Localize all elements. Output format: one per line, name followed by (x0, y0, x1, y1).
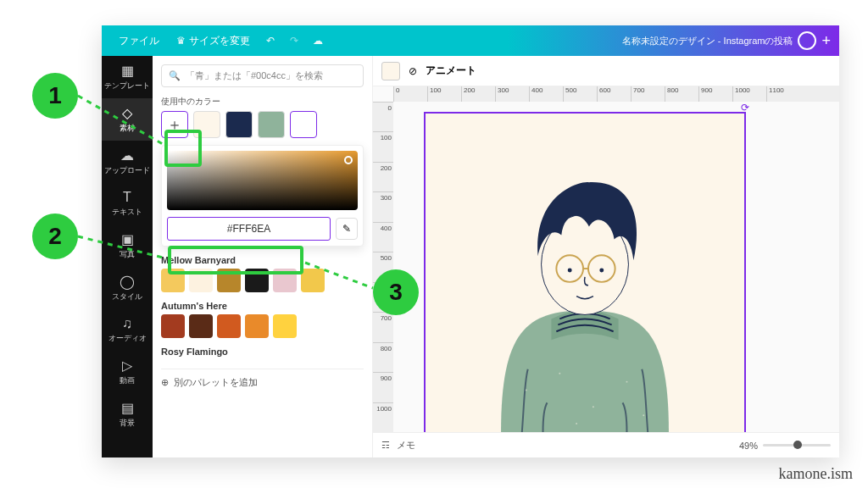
rail-item-オーディオ[interactable]: ♫オーディオ (102, 309, 153, 351)
canvas-stage[interactable]: ⟳ (424, 112, 746, 432)
rail-item-素材[interactable]: ◇素材 (102, 98, 153, 141)
svg-point-7 (559, 373, 560, 374)
rail-icon: ◯ (102, 274, 153, 290)
rail-icon: ♫ (102, 316, 153, 331)
rail-icon: ▣ (102, 231, 153, 247)
zoom-controls: 49% (739, 441, 831, 451)
rail-item-テキスト[interactable]: Tテキスト (102, 183, 153, 225)
rail-item-写真[interactable]: ▣写真 (102, 225, 153, 267)
palette-swatch[interactable] (161, 269, 185, 292)
file-menu[interactable]: ファイル (110, 29, 168, 53)
left-rail: ▦テンプレート◇素材☁アップロードTテキスト▣写真◯スタイル♫オーディオ▷動画▤… (102, 56, 153, 458)
palette-swatch[interactable] (189, 269, 213, 292)
palette-swatch[interactable] (161, 314, 185, 338)
horizontal-ruler: 010020030040050060070080090010001100 (393, 86, 839, 102)
svg-point-10 (643, 414, 644, 416)
memo-icon: ☶ (381, 440, 390, 451)
undo-icon[interactable]: ↶ (259, 35, 282, 47)
animate-button[interactable]: アニメート (426, 64, 476, 78)
palette-swatch[interactable] (217, 269, 241, 292)
workspace: ▦テンプレート◇素材☁アップロードTテキスト▣写真◯スタイル♫オーディオ▷動画▤… (102, 56, 839, 458)
rotate-handle-icon[interactable]: ⟳ (741, 102, 756, 117)
add-collaborator-button[interactable]: + (821, 32, 831, 50)
rail-icon: ▦ (102, 63, 153, 79)
animate-icon: ⊘ (409, 65, 417, 77)
artwork-illustration (426, 114, 744, 432)
rail-label: 動画 (120, 376, 135, 385)
zoom-value[interactable]: 49% (739, 441, 758, 451)
rail-item-背景[interactable]: ▤背景 (102, 393, 153, 435)
svg-point-4 (568, 269, 572, 273)
top-menu-bar: ファイル サイズを変更 ↶ ↷ ☁ 名称未設定のデザイン - Instagram… (102, 25, 839, 56)
fill-color-chip[interactable] (381, 62, 400, 80)
color-search[interactable]: 🔍 「青」または「#00c4cc」を検索 (161, 64, 364, 87)
cloud-sync-icon[interactable]: ☁ (306, 35, 330, 47)
signature: kamone.ism (779, 465, 854, 483)
color-panel: 🔍 「青」または「#00c4cc」を検索 使用中のカラー ＋ ✎ Mellow … (153, 56, 373, 458)
svg-point-11 (576, 423, 577, 424)
resize-button[interactable]: サイズを変更 (168, 29, 259, 53)
document-title[interactable]: 名称未設定のデザイン - Instagramの投稿 (622, 35, 793, 47)
zoom-slider[interactable] (763, 444, 831, 446)
memo-button[interactable]: メモ (397, 439, 415, 452)
color-swatch[interactable] (193, 111, 220, 138)
rail-label: 写真 (120, 250, 135, 258)
rail-icon: ▤ (102, 400, 153, 416)
palette-name: Rosy Flamingo (161, 347, 364, 357)
rail-icon: ☁ (102, 147, 153, 164)
palette-row (161, 269, 364, 292)
color-gradient-area[interactable] (167, 151, 358, 210)
palette-swatch[interactable] (273, 269, 297, 292)
color-swatch[interactable] (225, 111, 253, 138)
add-palette-button[interactable]: ⊕ 別のパレットを追加 (161, 369, 364, 389)
annotation-1: 1 (32, 73, 78, 119)
rail-label: 背景 (120, 419, 135, 427)
svg-point-8 (593, 406, 594, 408)
app-window: ファイル サイズを変更 ↶ ↷ ☁ 名称未設定のデザイン - Instagram… (102, 25, 839, 458)
rail-label: アップロード (104, 166, 150, 175)
rail-label: テキスト (112, 208, 142, 216)
add-palette-label: 別のパレットを追加 (174, 376, 258, 389)
inuse-label: 使用中のカラー (161, 96, 364, 108)
color-swatch[interactable] (258, 111, 285, 138)
search-placeholder: 「青」または「#00c4cc」を検索 (186, 69, 323, 82)
palette-swatch[interactable] (189, 314, 213, 338)
rail-label: オーディオ (108, 334, 147, 342)
rail-item-アップロード[interactable]: ☁アップロード (102, 141, 153, 183)
palette-swatch[interactable] (245, 314, 269, 338)
rail-label: テンプレート (104, 81, 150, 90)
canvas-area: ⊘ アニメート 01002003004005006007008009001000… (373, 56, 839, 458)
palette-icon: ⊕ (161, 377, 169, 388)
canvas-toolbar: ⊘ アニメート (373, 56, 839, 86)
annotation-2: 2 (32, 214, 78, 259)
gradient-handle[interactable] (344, 156, 353, 164)
ruler-viewport: 010020030040050060070080090010001100 010… (373, 86, 839, 432)
add-color-button[interactable]: ＋ (161, 111, 188, 138)
svg-point-9 (626, 381, 627, 383)
rail-icon: ▷ (102, 358, 153, 374)
eyedropper-button[interactable]: ✎ (336, 218, 358, 240)
vertical-ruler: 01002003004005006007008009001000 (373, 102, 393, 432)
palette-swatch[interactable] (301, 269, 325, 292)
palette-row (161, 314, 364, 338)
hex-input[interactable] (167, 217, 331, 241)
user-avatar[interactable] (798, 31, 816, 50)
palette-name: Autumn's Here (161, 301, 364, 311)
canvas-footer: ☶ メモ 49% (373, 432, 839, 458)
rail-label: スタイル (112, 292, 142, 301)
svg-point-6 (526, 390, 527, 391)
redo-icon[interactable]: ↷ (282, 35, 306, 47)
palette-swatch[interactable] (245, 269, 269, 292)
palette-name: Mellow Barnyard (161, 255, 364, 265)
annotation-3: 3 (373, 269, 419, 315)
rail-item-動画[interactable]: ▷動画 (102, 351, 153, 393)
inuse-swatches: ＋ (161, 111, 364, 138)
search-icon: 🔍 (169, 70, 181, 81)
palette-swatch[interactable] (273, 314, 297, 338)
rail-item-テンプレート[interactable]: ▦テンプレート (102, 56, 153, 98)
rail-icon: ◇ (102, 105, 153, 121)
palette-swatch[interactable] (217, 314, 241, 338)
color-swatch[interactable] (290, 111, 317, 138)
rail-item-スタイル[interactable]: ◯スタイル (102, 267, 153, 309)
rail-icon: T (102, 190, 153, 205)
